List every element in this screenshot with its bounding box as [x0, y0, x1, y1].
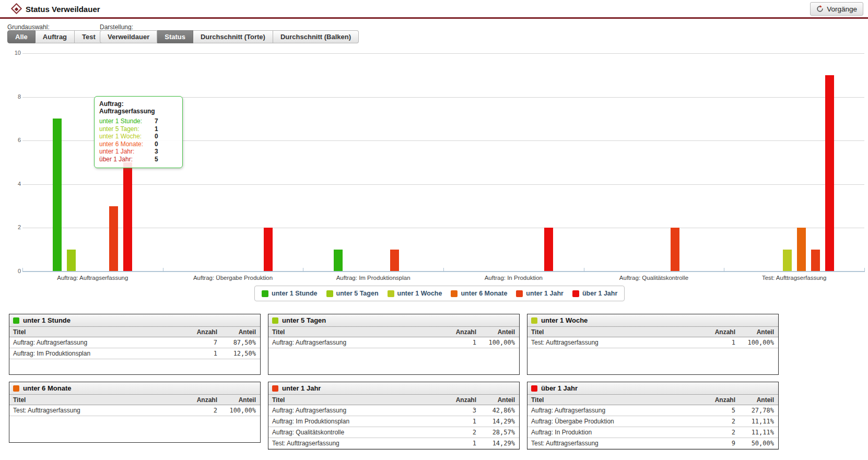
bar-ber-1-jahr[interactable]: [123, 162, 132, 272]
table-column-headers: TitelAnzahlAnteil: [268, 395, 519, 405]
column-header-anzahl: Anzahl: [429, 328, 476, 336]
column-header-anteil: Anteil: [735, 396, 774, 404]
y-axis-tick-label: 8: [3, 93, 21, 100]
vorgaenge-button[interactable]: Vorgänge: [810, 2, 863, 16]
cell-titel: Auftrag: Qualitätskontrolle: [268, 429, 429, 436]
legend-swatch: [516, 290, 523, 297]
legend-item-unter-1-stunde[interactable]: unter 1 Stunde: [262, 290, 318, 297]
table-column-headers: TitelAnzahlAnteil: [9, 327, 260, 337]
legend-label: unter 1 Woche: [397, 290, 442, 297]
cell-anzahl: 1: [170, 350, 217, 357]
tooltip-row: unter 1 Stunde:7: [99, 117, 178, 125]
table-row: Auftrag: Im Produktionsplan114,29%: [268, 416, 519, 427]
cell-anzahl: 5: [688, 407, 735, 414]
table-title-bar: unter 1 Stunde: [9, 314, 260, 327]
tooltip-value: 3: [155, 148, 158, 156]
cell-anzahl: 1: [429, 418, 476, 425]
bar-unter-1-jahr[interactable]: [109, 206, 118, 272]
bar-unter-1-jahr[interactable]: [671, 228, 679, 272]
legend-item-ber-1-jahr[interactable]: über 1 Jahr: [572, 290, 617, 297]
bar-unter-1-stunde[interactable]: [53, 119, 62, 272]
table-row: Auftrag: Auftragserfassung1100,00%: [268, 337, 519, 348]
x-axis-label: Auftrag: Auftragserfassung: [22, 275, 163, 281]
bar-slot: [668, 228, 682, 272]
table-column-headers: TitelAnzahlAnteil: [268, 327, 519, 337]
tooltip-title: Auftrag: Auftragserfassung: [99, 100, 178, 115]
chart-legend: unter 1 Stundeunter 5 Tagenunter 1 Woche…: [254, 286, 625, 301]
grundauswahl-label: Grundauswahl:: [7, 23, 50, 31]
bar-slot: [542, 228, 556, 272]
status-table-unter-5-tagen: unter 5 TagenTitelAnzahlAnteilAuftrag: A…: [268, 314, 520, 375]
bar-unter-6-monate[interactable]: [797, 228, 806, 272]
vorgaenge-button-label: Vorgänge: [827, 5, 857, 13]
table-row: Auftrag: In Produktion211,11%: [527, 427, 778, 438]
darstellung-button-group: VerweildauerStatusDurchschnitt (Torte)Du…: [100, 30, 359, 43]
filter-button-durchschnitt-balken[interactable]: Durchschnitt (Balken): [273, 30, 359, 43]
axis-tick: [163, 268, 163, 272]
legend-label: unter 5 Tagen: [336, 290, 379, 297]
header-divider: [0, 17, 868, 19]
table-row: Auftrag: Übergabe Produktion211,11%: [527, 416, 778, 427]
cell-titel: Auftrag: Im Produktionsplan: [268, 418, 429, 425]
legend-swatch: [326, 290, 333, 297]
legend-label: unter 6 Monate: [461, 290, 507, 297]
filter-button-alle[interactable]: Alle: [7, 30, 36, 43]
tooltip-label: unter 1 Jahr:: [99, 148, 134, 155]
bar-slot: [794, 228, 808, 272]
cell-anzahl: 1: [688, 339, 735, 346]
filter-button-durchschnitt-torte[interactable]: Durchschnitt (Torte): [193, 30, 273, 43]
bar-unter-1-stunde[interactable]: [334, 250, 343, 272]
bar-ber-1-jahr[interactable]: [825, 75, 834, 272]
column-header-anteil: Anteil: [217, 328, 256, 336]
bar-unter-1-woche[interactable]: [783, 250, 792, 272]
filter-button-auftrag[interactable]: Auftrag: [36, 30, 75, 43]
column-header-anzahl: Anzahl: [170, 328, 217, 336]
column-header-titel: Titel: [268, 328, 429, 336]
bar-unter-5-tagen[interactable]: [67, 250, 76, 272]
tooltip-value: 1: [155, 125, 158, 133]
legend-swatch: [572, 290, 579, 297]
table-row: Auftrag: Im Produktionsplan112,50%: [9, 348, 260, 359]
bar-ber-1-jahr[interactable]: [544, 228, 553, 272]
app-logo-icon: [11, 3, 22, 14]
legend-item-unter-1-woche[interactable]: unter 1 Woche: [388, 290, 442, 297]
bar-slot: [780, 250, 794, 272]
tooltip-value: 7: [155, 117, 158, 125]
axis-tick: [584, 268, 584, 272]
table-title-bar: unter 6 Monate: [9, 382, 260, 395]
cell-anteil: 50,00%: [735, 440, 774, 447]
bar-slots: [612, 228, 696, 272]
cell-titel: Auftrag: Im Produktionsplan: [9, 350, 170, 357]
column-header-titel: Titel: [9, 328, 170, 336]
table-color-swatch: [13, 385, 19, 392]
bar-slot: [50, 119, 64, 272]
bar-unter-1-jahr[interactable]: [811, 250, 820, 272]
bar-unter-1-jahr[interactable]: [390, 250, 399, 272]
app-window: Status Verweildauer Vorgänge Grundauswah…: [0, 0, 868, 460]
table-row: Auftrag: Auftragserfassung787,50%: [9, 337, 260, 348]
cell-anteil: 42,86%: [476, 407, 515, 414]
cell-anzahl: 1: [429, 440, 476, 447]
cell-anzahl: 3: [429, 407, 476, 414]
table-color-swatch: [531, 317, 537, 324]
cell-anzahl: 2: [688, 429, 735, 436]
legend-item-unter-5-tagen[interactable]: unter 5 Tagen: [326, 290, 379, 297]
bar-slot: [261, 228, 275, 272]
page-title: Status Verweildauer: [26, 5, 100, 14]
filter-button-test[interactable]: Test: [75, 30, 103, 43]
filter-button-status[interactable]: Status: [157, 30, 193, 43]
chart-group-auftrag-im-produktionsplan: Auftrag: Im Produktionsplan: [303, 53, 443, 272]
filter-button-verweildauer[interactable]: Verweildauer: [100, 30, 157, 43]
legend-item-unter-6-monate[interactable]: unter 6 Monate: [451, 290, 507, 297]
cell-anzahl: 7: [170, 339, 217, 346]
table-color-swatch: [531, 385, 537, 392]
table-title: unter 1 Jahr: [282, 384, 321, 392]
legend-swatch: [388, 290, 394, 297]
tooltip-row: unter 1 Woche:0: [99, 133, 178, 140]
chart-group-auftrag-qualit-tskontrolle: Auftrag: Qualitätskontrolle: [584, 53, 724, 272]
table-title-bar: unter 1 Woche: [527, 314, 778, 327]
legend-label: über 1 Jahr: [582, 290, 617, 297]
bar-ber-1-jahr[interactable]: [264, 228, 273, 272]
legend-item-unter-1-jahr[interactable]: unter 1 Jahr: [516, 290, 564, 297]
status-table-unter-1-stunde: unter 1 StundeTitelAnzahlAnteilAuftrag: …: [9, 314, 261, 375]
